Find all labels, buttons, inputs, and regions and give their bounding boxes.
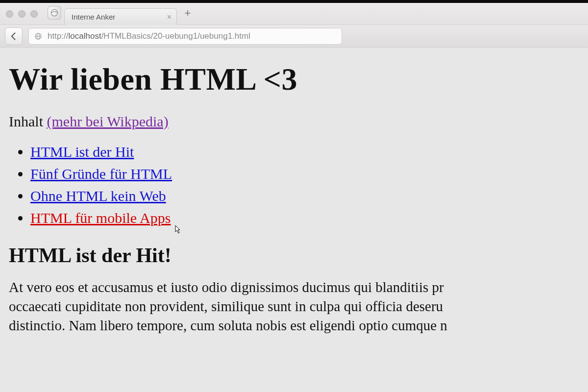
- paragraph-line: distinctio. Nam libero tempore, cum solu…: [9, 316, 579, 335]
- toc-list: HTML ist der Hit Fünf Gründe für HTML Oh…: [30, 141, 579, 229]
- page-content: Wir lieben HTML <3 Inhalt (mehr bei Wikp…: [0, 48, 588, 340]
- url-path: /HTMLBasics/20-uebung1/uebung1.html: [101, 31, 250, 41]
- section-heading: HTML ist der Hit!: [9, 244, 579, 267]
- site-identity-icon[interactable]: [34, 32, 43, 41]
- zoom-window-button[interactable]: [30, 10, 38, 18]
- browser-tab[interactable]: Interne Anker ×: [64, 8, 177, 25]
- firefox-icon[interactable]: [48, 6, 61, 20]
- toc-link-1[interactable]: HTML ist der Hit: [30, 144, 134, 160]
- toc-heading: Inhalt (mehr bei Wikpedia): [9, 113, 579, 130]
- toc-link-3[interactable]: Ohne HTML kein Web: [30, 188, 166, 204]
- url-text: http://localhost/HTMLBasics/20-uebung1/u…: [48, 31, 250, 41]
- toc-link-4[interactable]: HTML für mobile Apps: [30, 210, 171, 226]
- window-controls: [6, 3, 38, 24]
- url-prefix: http://: [48, 31, 69, 41]
- url-host: localhost: [69, 31, 101, 41]
- svg-point-0: [51, 9, 58, 16]
- tab-bar: Interne Anker × +: [0, 3, 588, 24]
- list-item: Ohne HTML kein Web: [30, 185, 579, 207]
- paragraph-line: At vero eos et accusamus et iusto odio d…: [9, 278, 579, 297]
- new-tab-button[interactable]: +: [181, 7, 195, 20]
- list-item: Fünf Gründe für HTML: [30, 163, 579, 185]
- list-item: HTML ist der Hit: [30, 141, 579, 163]
- close-window-button[interactable]: [6, 10, 13, 18]
- toolbar: http://localhost/HTMLBasics/20-uebung1/u…: [0, 24, 588, 47]
- toc-label: Inhalt: [9, 113, 47, 129]
- toc-link-2[interactable]: Fünf Gründe für HTML: [30, 166, 172, 182]
- minimize-window-button[interactable]: [18, 10, 25, 18]
- mouse-cursor-icon: [172, 225, 181, 236]
- back-button[interactable]: [5, 27, 23, 45]
- address-bar[interactable]: http://localhost/HTMLBasics/20-uebung1/u…: [28, 28, 342, 45]
- list-item: HTML für mobile Apps: [30, 207, 579, 229]
- page-title: Wir lieben HTML <3: [9, 61, 579, 98]
- browser-chrome: Interne Anker × + http://localhost/HTMLB…: [0, 3, 588, 48]
- tab-title: Interne Anker: [72, 13, 163, 21]
- paragraph-line: occaecati cupiditate non provident, simi…: [9, 297, 579, 316]
- close-tab-icon[interactable]: ×: [167, 13, 172, 22]
- wikipedia-link[interactable]: (mehr bei Wikpedia): [47, 113, 168, 129]
